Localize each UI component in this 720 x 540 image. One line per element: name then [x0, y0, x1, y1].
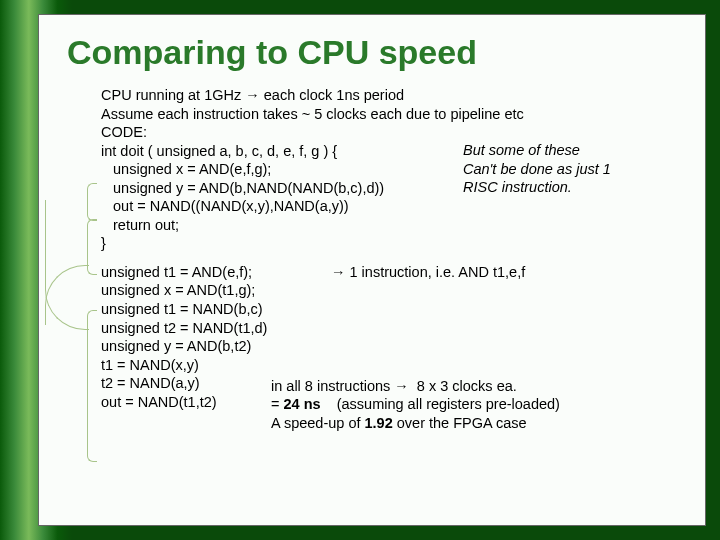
- summary-line-3: A speed-up of 1.92 over the FPGA case: [271, 414, 560, 433]
- line-code-label: CODE:: [101, 123, 705, 142]
- bracket-icon: [87, 310, 97, 462]
- slide-content: CPU running at 1GHz → each clock 1ns per…: [39, 72, 705, 411]
- code-block-1: CPU running at 1GHz → each clock 1ns per…: [101, 86, 705, 253]
- line-out: out = NAND((NAND(x,y),NAND(a,y)): [101, 197, 705, 216]
- aside-note: But some of these Can't be done as just …: [463, 141, 683, 197]
- line-cpu: CPU running at 1GHz → each clock 1ns per…: [101, 86, 705, 105]
- line-assume: Assume each instruction takes ~ 5 clocks…: [101, 105, 705, 124]
- aside-line-2: Can't be done as just 1: [463, 160, 683, 179]
- exp-line-4: unsigned t2 = NAND(t1,d): [101, 319, 705, 338]
- code-block-2: unsigned t1 = AND(e,f); unsigned x = AND…: [101, 263, 705, 411]
- summary-note: in all 8 instructions → 8 x 3 clocks ea.…: [271, 377, 560, 433]
- exp-line-6: t1 = NAND(x,y): [101, 356, 705, 375]
- inline-note-1: → 1 instruction, i.e. AND t1,e,f: [331, 263, 525, 282]
- summary-line-1: in all 8 instructions → 8 x 3 clocks ea.: [271, 377, 560, 396]
- summary-line-2: = 24 ns (assuming all registers pre-load…: [271, 395, 560, 414]
- slide-title: Comparing to CPU speed: [39, 15, 705, 72]
- exp-line-5: unsigned y = AND(b,t2): [101, 337, 705, 356]
- line-close-brace: }: [101, 234, 705, 253]
- line-return: return out;: [101, 216, 705, 235]
- exp-line-2: unsigned x = AND(t1,g);: [101, 281, 705, 300]
- slide-container: Comparing to CPU speed CPU running at 1G…: [38, 14, 706, 526]
- aside-line-1: But some of these: [463, 141, 683, 160]
- aside-line-3: RISC instruction.: [463, 178, 683, 197]
- exp-line-3: unsigned t1 = NAND(b,c): [101, 300, 705, 319]
